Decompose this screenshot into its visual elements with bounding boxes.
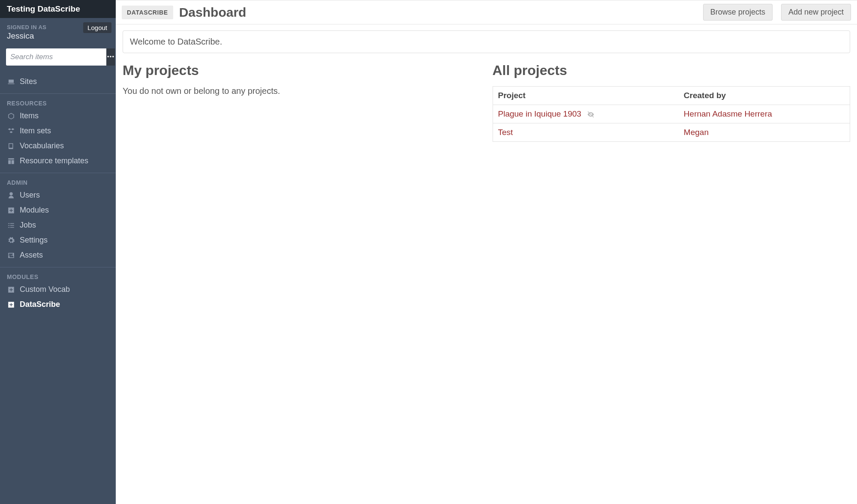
cube-icon <box>7 112 15 120</box>
laptop-icon <box>7 78 15 86</box>
nav-jobs[interactable]: Jobs <box>0 218 116 233</box>
welcome-message: Welcome to DataScribe. <box>123 30 850 53</box>
nav-item-label: Resource templates <box>20 156 88 165</box>
nav-item-label: Vocabularies <box>20 141 64 150</box>
plus-square-icon <box>7 207 15 214</box>
plus-square-icon <box>7 301 15 309</box>
nav-sites[interactable]: Sites <box>0 74 116 89</box>
all-projects-heading: All projects <box>493 63 851 78</box>
my-projects-heading: My projects <box>123 63 481 78</box>
advanced-search-button[interactable] <box>106 48 115 66</box>
nav-heading-modules: Modules <box>0 270 116 282</box>
col-project: Project <box>493 87 679 105</box>
nav-items[interactable]: Items <box>0 108 116 123</box>
nav-assets[interactable]: Assets <box>0 248 116 263</box>
my-projects-section: My projects You do not own or belong to … <box>123 63 481 142</box>
nav-item-label: DataScribe <box>20 300 60 309</box>
nav-resource-templates[interactable]: Resource templates <box>0 153 116 168</box>
nav-item-label: Item sets <box>20 126 51 135</box>
creator-link[interactable]: Hernan Adasme Herrera <box>684 109 772 118</box>
browse-projects-button[interactable]: Browse projects <box>703 4 773 21</box>
nav-modules[interactable]: Modules <box>0 203 116 218</box>
nav-heading-admin: Admin <box>0 176 116 188</box>
project-row: Test Megan <box>493 123 850 142</box>
nav-item-label: Settings <box>20 236 48 245</box>
nav-heading-resources: Resources <box>0 96 116 108</box>
book-icon <box>7 142 15 150</box>
nav-users[interactable]: Users <box>0 188 116 203</box>
svg-point-2 <box>112 56 114 57</box>
svg-point-0 <box>107 56 109 57</box>
col-created-by: Created by <box>679 87 850 105</box>
project-row: Plague in Iquique 1903 Hernan Adasme Her… <box>493 105 850 123</box>
nav-item-label: Jobs <box>20 221 36 230</box>
nav-item-label: Custom Vocab <box>20 285 70 294</box>
nav-settings[interactable]: Settings <box>0 233 116 248</box>
my-projects-empty: You do not own or belong to any projects… <box>123 86 481 96</box>
nav-custom-vocab[interactable]: Custom Vocab <box>0 282 116 297</box>
nav-item-label: Users <box>20 191 40 200</box>
logout-button[interactable]: Logout <box>83 22 111 33</box>
nav-group-admin: Admin Users Modules Jobs Settings Assets <box>0 173 116 265</box>
plus-square-icon <box>7 286 15 294</box>
main-content: DataScribe Dashboard Browse projects Add… <box>116 0 857 504</box>
nav-group-modules: Modules Custom Vocab DataScribe <box>0 267 116 315</box>
page-title: Dashboard <box>179 5 247 20</box>
cubes-icon <box>7 127 15 135</box>
nav-vocabularies[interactable]: Vocabularies <box>0 138 116 153</box>
nav-item-label: Modules <box>20 206 49 215</box>
breadcrumb[interactable]: DataScribe <box>122 6 173 19</box>
nav-datascribe[interactable]: DataScribe <box>0 297 116 312</box>
nav-group-top: Sites <box>0 72 116 92</box>
add-new-project-button[interactable]: Add new project <box>781 4 851 21</box>
tasks-icon <box>7 222 15 229</box>
ellipsis-icon <box>106 52 115 62</box>
topbar: DataScribe Dashboard Browse projects Add… <box>116 0 857 24</box>
site-title[interactable]: Testing DataScribe <box>0 0 116 18</box>
sidebar: Testing DataScribe Signed in as Jessica … <box>0 0 116 504</box>
nav-item-label: Assets <box>20 251 43 260</box>
svg-point-1 <box>110 56 111 57</box>
nav-item-sets[interactable]: Item sets <box>0 123 116 138</box>
content: Welcome to DataScribe. My projects You d… <box>116 24 857 148</box>
project-link[interactable]: Plague in Iquique 1903 <box>498 109 581 118</box>
hidden-icon <box>587 111 595 118</box>
nav-item-label: Items <box>20 111 39 120</box>
all-projects-section: All projects Project Created by Plague i… <box>493 63 851 142</box>
nav-group-resources: Resources Items Item sets Vocabularies R… <box>0 93 116 171</box>
project-link[interactable]: Test <box>498 128 513 137</box>
search-row <box>0 44 116 72</box>
user-icon <box>7 192 15 199</box>
all-projects-table: Project Created by Plague in Iquique 190… <box>493 86 851 142</box>
user-block: Signed in as Jessica Logout <box>0 18 116 44</box>
template-icon <box>7 157 15 165</box>
nav-sites-label: Sites <box>20 77 37 86</box>
image-icon <box>7 252 15 259</box>
creator-link[interactable]: Megan <box>684 128 709 137</box>
search-input[interactable] <box>6 48 106 66</box>
cogs-icon <box>7 237 15 244</box>
